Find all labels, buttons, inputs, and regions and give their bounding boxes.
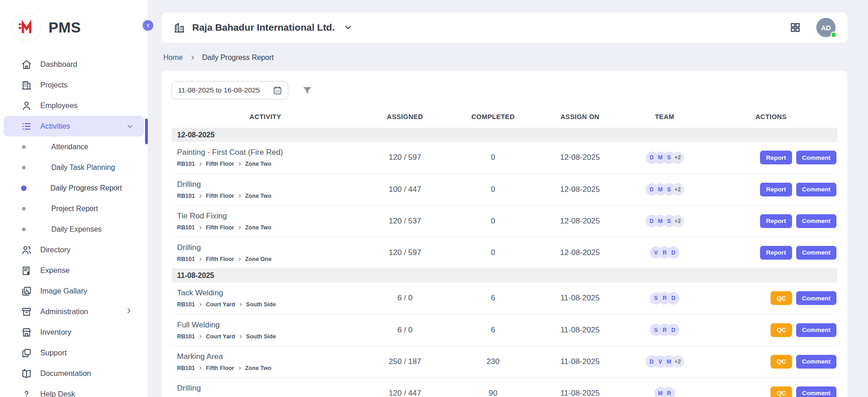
sidebar-item-administration[interactable]: Administration: [4, 301, 144, 322]
date-range-picker[interactable]: [172, 81, 288, 99]
sidebar-collapse-button[interactable]: [141, 18, 155, 33]
qc-button[interactable]: QC: [771, 355, 792, 369]
qc-button[interactable]: QC: [771, 291, 792, 305]
path-chevron-icon: [198, 302, 203, 307]
sidebar-subitem-label: Project Report: [51, 205, 98, 213]
team-extra-badge[interactable]: +2: [672, 152, 684, 164]
row-actions: QCComment: [705, 314, 837, 346]
row-actions: ReportComment: [705, 142, 837, 174]
sidebar-subitem-daily-task-planning[interactable]: Daily Task Planning: [0, 157, 148, 178]
sidebar-item-projects[interactable]: Projects: [4, 75, 144, 95]
report-button[interactable]: Report: [760, 246, 792, 260]
path-segment: Fifth Floor: [206, 224, 234, 231]
sidebar-subitem-attendance[interactable]: Attendance: [0, 136, 148, 157]
user-avatar[interactable]: AD: [816, 18, 836, 37]
breadcrumb-chevron-icon: [189, 54, 196, 61]
comment-button[interactable]: Comment: [796, 386, 836, 397]
path-segment: South Side: [246, 333, 276, 340]
apps-grid-icon[interactable]: [790, 22, 801, 33]
table-row: Marking Area RB101Fifth FloorZone Two 25…: [172, 346, 837, 377]
row-actions: ReportComment: [705, 205, 837, 237]
row-actions: QCComment: [705, 346, 837, 377]
row-actions: QCComment: [705, 283, 837, 314]
sidebar-item-activities[interactable]: Activities: [4, 116, 144, 136]
comment-button[interactable]: Comment: [796, 355, 836, 369]
qc-button[interactable]: QC: [771, 386, 792, 397]
company-name: Raja Bahadur International Ltd.: [192, 22, 335, 33]
building-icon: [21, 80, 32, 91]
sidebar-item-label: Directory: [40, 245, 134, 254]
sidebar-item-employees[interactable]: Employees: [4, 95, 144, 116]
copy-icon: [21, 348, 32, 359]
path-chevron-icon: [237, 366, 242, 370]
path-segment: Fifth Floor: [206, 256, 234, 262]
activity-path: RB101Court YardSouth Side: [177, 301, 359, 308]
invoice-icon: [21, 265, 32, 276]
team-member-badge[interactable]: D: [667, 246, 679, 259]
activity-path: RB101Court YardSouth Side: [177, 333, 359, 340]
team-extra-badge[interactable]: +2: [672, 355, 684, 368]
company-selector[interactable]: Raja Bahadur International Ltd.: [173, 22, 353, 33]
path-segment: Court Yard: [206, 301, 235, 308]
sidebar-item-documentation[interactable]: Documentation: [4, 363, 144, 384]
bullet-dot-icon: [22, 207, 26, 211]
sidebar-subitem-daily-progress-report[interactable]: Daily Progress Report: [0, 178, 148, 198]
team-extra-badge[interactable]: +2: [672, 215, 684, 227]
sidebar-item-help-desk[interactable]: Help Desk: [4, 384, 144, 397]
sidebar-item-dashboard[interactable]: Dashboard: [4, 54, 144, 75]
sidebar-item-support[interactable]: Support: [4, 343, 144, 363]
activity-name: Full Welding: [177, 321, 359, 330]
comment-button[interactable]: Comment: [796, 246, 836, 260]
sidebar-subitem-daily-expenses[interactable]: Daily Expenses: [0, 219, 148, 239]
date-group-label: 11-08-2025: [172, 268, 837, 283]
report-button[interactable]: Report: [760, 151, 792, 164]
image-icon: [21, 286, 32, 297]
table-header-row: ACTIVITY ASSIGNED COMPLETED ASSIGN ON TE…: [172, 111, 837, 128]
comment-button[interactable]: Comment: [796, 214, 836, 228]
topbar: Raja Bahadur International Ltd. AD: [162, 12, 847, 43]
topbar-right: AD: [790, 18, 836, 37]
activity-path: RB101Fifth FloorZone Two: [177, 193, 359, 199]
table-row: Drilling RB101Fifth FloorZone Two 120 / …: [172, 377, 837, 397]
calendar-icon[interactable]: [273, 86, 282, 95]
team-member-badge[interactable]: D: [667, 292, 679, 305]
date-range-input[interactable]: [178, 86, 269, 94]
col-header-actions: ACTIONS: [705, 111, 837, 128]
table-row: Full Welding RB101Court YardSouth Side 6…: [172, 314, 837, 346]
report-button[interactable]: Report: [760, 214, 792, 228]
team-extra-badge[interactable]: +2: [672, 183, 684, 196]
home-icon: [21, 59, 32, 70]
help-icon: [21, 389, 32, 397]
activity-name: Marking Area: [177, 352, 359, 361]
table-row: Painting - First Coat (Fire Red) RB101Fi…: [172, 142, 837, 174]
sidebar-item-inventory[interactable]: Inventory: [4, 322, 144, 343]
activity-path: RB101Fifth FloorZone Two: [177, 365, 359, 371]
sidebar-subitem-project-report[interactable]: Project Report: [0, 198, 148, 219]
archive-icon: [21, 306, 32, 317]
path-segment: Fifth Floor: [206, 365, 234, 371]
sidebar-item-image-gallary[interactable]: Image Gallary: [4, 281, 144, 301]
path-segment: RB101: [177, 161, 195, 167]
sidebar-item-expense[interactable]: Expense: [4, 260, 144, 281]
sidebar-subitem-label: Daily Progress Report: [50, 184, 122, 192]
sidebar-item-directory[interactable]: Directory: [4, 239, 144, 260]
comment-button[interactable]: Comment: [796, 151, 836, 164]
activity-path: RB101Fifth FloorZone One: [177, 256, 359, 262]
assigned-value: 100 / 447: [359, 174, 451, 205]
company-building-icon: [173, 22, 185, 33]
filter-funnel-icon[interactable]: [302, 85, 313, 96]
comment-button[interactable]: Comment: [796, 183, 836, 196]
table-row: Tack Welding RB101Court YardSouth Side 6…: [172, 283, 837, 314]
qc-button[interactable]: QC: [771, 323, 792, 337]
date-group-row: 12-08-2025: [172, 128, 837, 142]
comment-button[interactable]: Comment: [796, 291, 836, 305]
report-button[interactable]: Report: [760, 183, 792, 196]
col-header-completed: COMPLETED: [451, 111, 535, 128]
path-chevron-icon: [237, 225, 242, 230]
team-member-badge[interactable]: R: [663, 387, 675, 397]
store-icon: [21, 327, 32, 338]
team-member-badge[interactable]: D: [667, 324, 679, 336]
path-segment: Fifth Floor: [206, 161, 234, 167]
comment-button[interactable]: Comment: [796, 323, 836, 337]
breadcrumb-home-link[interactable]: Home: [163, 54, 183, 62]
